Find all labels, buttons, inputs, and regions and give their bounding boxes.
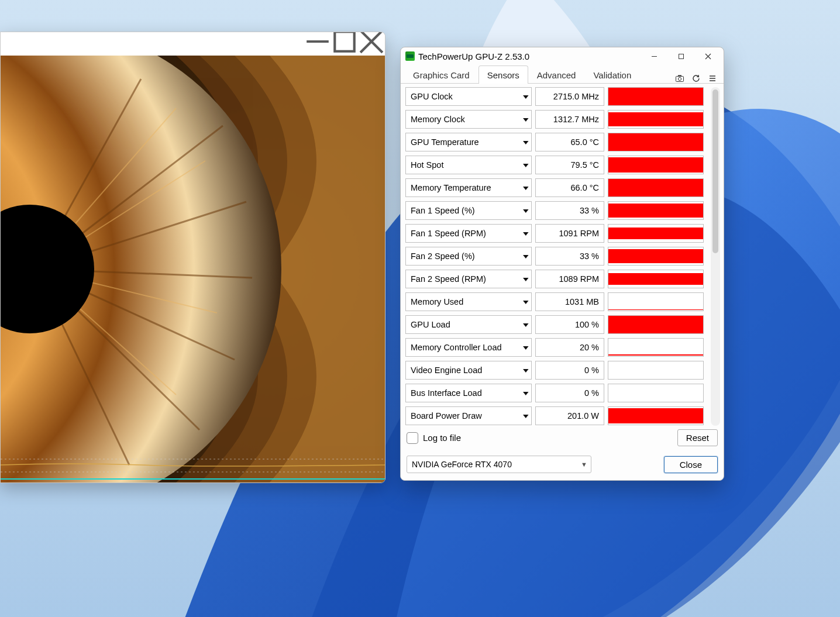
sensor-row: Hot Spot▾79.5 °C [405, 156, 704, 174]
sensor-label: GPU Load [411, 320, 450, 329]
sensor-label: GPU Temperature [411, 137, 479, 147]
sensor-label: GPU Clock [411, 92, 453, 101]
minimize-button[interactable] [641, 47, 667, 65]
chevron-down-icon: ▾ [523, 206, 529, 215]
sensor-graph [608, 292, 704, 311]
sensor-label: Memory Clock [411, 115, 465, 124]
sensor-value: 33 % [535, 201, 604, 220]
desktop: TechPowerUp GPU-Z 2.53.0 Graphics Card S… [0, 0, 840, 617]
scrollbar[interactable] [711, 87, 720, 426]
sensor-graph [608, 156, 704, 174]
maximize-button[interactable] [667, 47, 694, 65]
minimize-button[interactable] [304, 32, 331, 51]
sensor-graph [608, 178, 704, 197]
sensor-label: Memory Controller Load [411, 343, 502, 352]
sensor-value: 66.0 °C [535, 178, 604, 197]
log-to-file-checkbox[interactable] [407, 432, 418, 444]
sensor-label-dropdown[interactable]: GPU Load▾ [405, 315, 532, 334]
sensor-label-dropdown[interactable]: Bus Interface Load▾ [405, 384, 532, 402]
scrollbar-thumb[interactable] [712, 89, 718, 253]
tab-sensors[interactable]: Sensors [478, 66, 528, 84]
sensor-graph [608, 338, 704, 357]
chevron-down-icon: ▾ [523, 161, 529, 169]
sensor-value: 20 % [535, 338, 604, 357]
sensor-row: GPU Clock▾2715.0 MHz [405, 87, 704, 106]
sensor-graph [608, 87, 704, 106]
sensor-label: Bus Interface Load [411, 388, 482, 398]
sensor-row: Board Power Draw▾201.0 W [405, 406, 704, 425]
screenshot-icon[interactable] [676, 74, 684, 82]
sensor-row: Fan 2 Speed (RPM)▾1089 RPM [405, 270, 704, 288]
sensor-graph [608, 247, 704, 266]
sensor-value: 65.0 °C [535, 133, 604, 151]
maximize-button[interactable] [331, 32, 358, 51]
sensor-label-dropdown[interactable]: Fan 1 Speed (RPM)▾ [405, 224, 532, 243]
gpuz-window: TechPowerUp GPU-Z 2.53.0 Graphics Card S… [400, 47, 724, 481]
bgwin-titlebar[interactable] [1, 32, 385, 56]
sensor-graph [608, 384, 704, 402]
tab-advanced[interactable]: Advanced [528, 66, 585, 84]
sensor-value: 100 % [535, 315, 604, 334]
close-button-footer[interactable]: Close [664, 456, 718, 473]
sensor-row: Video Engine Load▾0 % [405, 361, 704, 380]
sensor-graph [608, 224, 704, 243]
sensor-value: 0 % [535, 384, 604, 402]
reset-button[interactable]: Reset [677, 429, 718, 446]
sensor-label-dropdown[interactable]: Hot Spot▾ [405, 156, 532, 174]
svg-rect-26 [676, 77, 684, 82]
tab-graphics-card[interactable]: Graphics Card [404, 66, 478, 84]
bgwin-content [1, 56, 385, 482]
sensor-graph [608, 110, 704, 129]
sensor-row: Bus Interface Load▾0 % [405, 384, 704, 402]
sensor-label-dropdown[interactable]: Fan 2 Speed (RPM)▾ [405, 270, 532, 288]
sensor-label: Fan 1 Speed (%) [411, 206, 475, 215]
sensor-row: Memory Clock▾1312.7 MHz [405, 110, 704, 129]
sensor-row: Memory Temperature▾66.0 °C [405, 178, 704, 197]
sensor-label-dropdown[interactable]: Board Power Draw▾ [405, 406, 532, 425]
chevron-down-icon: ▾ [523, 366, 529, 374]
sensor-row: Fan 2 Speed (%)▾33 % [405, 247, 704, 266]
window-title: TechPowerUp GPU-Z 2.53.0 [418, 51, 529, 61]
sensor-label: Fan 2 Speed (RPM) [411, 274, 486, 284]
sensor-label-dropdown[interactable]: GPU Clock▾ [405, 87, 532, 106]
menu-icon[interactable] [708, 74, 717, 82]
sensor-label-dropdown[interactable]: Video Engine Load▾ [405, 361, 532, 380]
sensors-list: GPU Clock▾2715.0 MHzMemory Clock▾1312.7 … [401, 84, 711, 429]
sensor-label: Fan 2 Speed (%) [411, 251, 475, 261]
sensor-label-dropdown[interactable]: Memory Temperature▾ [405, 178, 532, 197]
sensor-graph [608, 406, 704, 425]
sensor-graph [608, 201, 704, 220]
device-combobox-value: NVIDIA GeForce RTX 4070 [412, 460, 512, 469]
chevron-down-icon: ▾ [523, 229, 529, 237]
chevron-down-icon: ▾ [523, 275, 529, 283]
sensor-graph [608, 361, 704, 380]
sensor-value: 201.0 W [535, 406, 604, 425]
chevron-down-icon: ▾ [523, 298, 529, 306]
close-button[interactable] [694, 47, 721, 65]
refresh-icon[interactable] [692, 74, 700, 82]
close-button[interactable] [358, 32, 385, 51]
sensor-label-dropdown[interactable]: Fan 1 Speed (%)▾ [405, 201, 532, 220]
svg-rect-23 [679, 54, 683, 58]
sensor-label-dropdown[interactable]: Memory Clock▾ [405, 110, 532, 129]
sensor-row: GPU Temperature▾65.0 °C [405, 133, 704, 151]
svg-point-27 [678, 77, 681, 80]
chevron-down-icon: ▾ [523, 184, 529, 192]
sensor-label-dropdown[interactable]: Memory Used▾ [405, 292, 532, 311]
chevron-down-icon: ▼ [581, 461, 587, 468]
chevron-down-icon: ▾ [523, 115, 529, 123]
sensor-row: Memory Controller Load▾20 % [405, 338, 704, 357]
sensor-label: Memory Used [411, 297, 463, 306]
sensor-graph [608, 133, 704, 151]
sensor-label-dropdown[interactable]: Fan 2 Speed (%)▾ [405, 247, 532, 266]
svg-rect-28 [678, 75, 681, 77]
sensor-row: Memory Used▾1031 MB [405, 292, 704, 311]
gpuz-titlebar[interactable]: TechPowerUp GPU-Z 2.53.0 [401, 47, 724, 65]
sensor-label: Video Engine Load [411, 366, 482, 375]
sensor-label-dropdown[interactable]: GPU Temperature▾ [405, 133, 532, 151]
tab-validation[interactable]: Validation [584, 66, 640, 84]
footer-row-log: Log to file Reset [401, 429, 724, 446]
sensor-label-dropdown[interactable]: Memory Controller Load▾ [405, 338, 532, 357]
sensor-graph [608, 315, 704, 334]
device-combobox[interactable]: NVIDIA GeForce RTX 4070 ▼ [407, 456, 591, 473]
